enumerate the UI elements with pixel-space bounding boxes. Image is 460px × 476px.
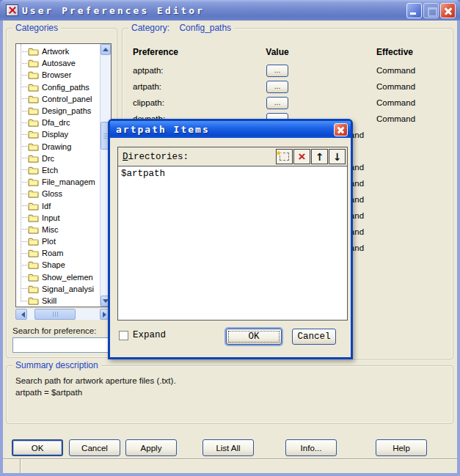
scroll-left-icon[interactable] (15, 309, 27, 320)
tree-item-label: File_managem (42, 177, 95, 186)
value-button[interactable]: ... (266, 81, 288, 93)
tree-item[interactable]: Skill (16, 295, 100, 307)
tree-item[interactable]: Config_paths (16, 81, 100, 93)
preference-name: artpath: (133, 82, 252, 91)
dialog-body: Directories: × ↑ ↓ $artpath (110, 138, 351, 357)
preference-name: clippath: (133, 98, 252, 107)
category-legend-value: Config_paths (179, 23, 231, 33)
tree-item[interactable]: Idf (16, 199, 100, 211)
dialog-title: artpath Items (116, 124, 210, 135)
tree-item-label: Etch (42, 166, 58, 175)
maximize-button-icon (423, 3, 439, 18)
window-titlebar[interactable]: User Preferences Editor (0, 0, 460, 21)
dialog-titlebar[interactable]: artpath Items (110, 121, 351, 138)
tree-item[interactable]: Artwork (16, 45, 100, 57)
move-up-button[interactable]: ↑ (311, 149, 328, 164)
search-preference-label: Search for preference: (12, 326, 96, 335)
tree-item-label: Roam (42, 249, 63, 257)
tree-item-label: Plot (42, 237, 56, 246)
new-item-icon (280, 153, 289, 161)
preference-name: aptpath: (133, 66, 252, 75)
folder-icon (28, 260, 39, 269)
cancel-button[interactable]: Cancel (69, 439, 120, 456)
list-item[interactable]: $artpath (118, 166, 347, 179)
dialog-cancel-button[interactable]: Cancel (292, 329, 336, 345)
minimize-button-icon[interactable] (406, 3, 422, 18)
new-item-button[interactable] (276, 149, 293, 164)
status-cell (3, 459, 21, 473)
tree-item[interactable]: Roam (16, 247, 100, 259)
scroll-up-icon[interactable] (101, 44, 111, 55)
folder-icon (28, 237, 39, 246)
tree-item[interactable]: Show_elemen (16, 271, 100, 283)
tree-item[interactable]: Drc (16, 153, 100, 164)
tree-item[interactable]: Drawing (16, 141, 100, 153)
tree-item-label: Input (42, 213, 59, 222)
tree-item[interactable]: Dfa_drc (16, 117, 100, 128)
categories-tree[interactable]: Artwork Autosave (15, 43, 112, 307)
tree-item-label: Browser (42, 70, 71, 79)
directories-label: Directories: (123, 152, 189, 162)
folder-icon (28, 296, 39, 305)
status-bar (3, 458, 457, 473)
tree-item[interactable]: Etch (16, 164, 100, 176)
directories-header: Directories: × ↑ ↓ (118, 147, 347, 166)
tree-item[interactable]: Signal_analysi (16, 283, 100, 295)
move-down-button[interactable]: ↓ (329, 149, 346, 164)
summary-line-1: Search path for artwork aperture files (… (15, 375, 453, 387)
folder-icon (28, 154, 39, 163)
effective-value: Command (303, 82, 453, 91)
tree-item[interactable]: Shape (16, 259, 100, 271)
table-row: clippath: ... Command (123, 95, 453, 111)
dialog-ok-button[interactable]: OK (226, 329, 282, 345)
tree-item[interactable]: Design_paths (16, 105, 100, 117)
tree-item-label: Drawing (42, 142, 71, 151)
tree-list: Artwork Autosave (16, 44, 100, 307)
tree-item[interactable]: Plot (16, 235, 100, 247)
folder-icon (28, 95, 39, 103)
delete-item-button[interactable]: × (293, 149, 310, 164)
horizontal-scroll-thumb[interactable] (34, 309, 76, 320)
tree-item-label: Idf (42, 202, 51, 210)
tree-item[interactable]: Input (16, 212, 100, 224)
folder-icon (28, 130, 39, 139)
column-preference: Preference (133, 47, 252, 57)
tree-item[interactable]: Misc (16, 224, 100, 235)
tree-item[interactable]: Autosave (16, 57, 100, 69)
list-all-button[interactable]: List All (202, 439, 254, 456)
search-preference-input[interactable] (12, 337, 114, 353)
value-button[interactable]: ... (266, 97, 288, 109)
table-row: aptpath: ... Command (123, 62, 453, 78)
folder-icon (28, 177, 39, 186)
tree-item-label: Design_paths (42, 106, 91, 115)
tree-item-label: Artwork (42, 47, 69, 56)
folder-icon (28, 59, 39, 67)
directories-list[interactable]: $artpath (118, 166, 347, 320)
tree-item-label: Dfa_drc (42, 118, 70, 127)
user-preferences-editor-window: User Preferences Editor Categories (0, 0, 460, 476)
ok-button[interactable]: OK (12, 439, 63, 456)
tree-item[interactable]: Display (16, 128, 100, 140)
tree-horizontal-scrollbar[interactable] (15, 309, 112, 320)
expand-checkbox[interactable] (119, 331, 128, 340)
info-button[interactable]: Info... (285, 439, 337, 456)
folder-icon (28, 249, 39, 257)
tree-item-label: Skill (42, 296, 56, 305)
tree-item[interactable]: Browser (16, 69, 100, 81)
help-button[interactable]: Help (376, 439, 427, 456)
close-button-icon[interactable] (440, 3, 456, 18)
tree-item-label: Gloss (42, 189, 62, 198)
folder-icon (28, 202, 39, 210)
folder-icon (28, 118, 39, 127)
value-button[interactable]: ... (266, 65, 288, 77)
tree-item-label: Display (42, 130, 68, 139)
effective-value: Command (303, 98, 453, 107)
tree-item-label: Misc (42, 225, 59, 234)
dialog-close-icon[interactable] (334, 123, 348, 136)
effective-value: Command (303, 66, 453, 75)
tree-item[interactable]: Gloss (16, 188, 100, 199)
category-legend-label: Category: (131, 23, 169, 33)
tree-item[interactable]: File_managem (16, 176, 100, 188)
apply-button[interactable]: Apply (125, 439, 177, 456)
tree-item[interactable]: Control_panel (16, 93, 100, 105)
